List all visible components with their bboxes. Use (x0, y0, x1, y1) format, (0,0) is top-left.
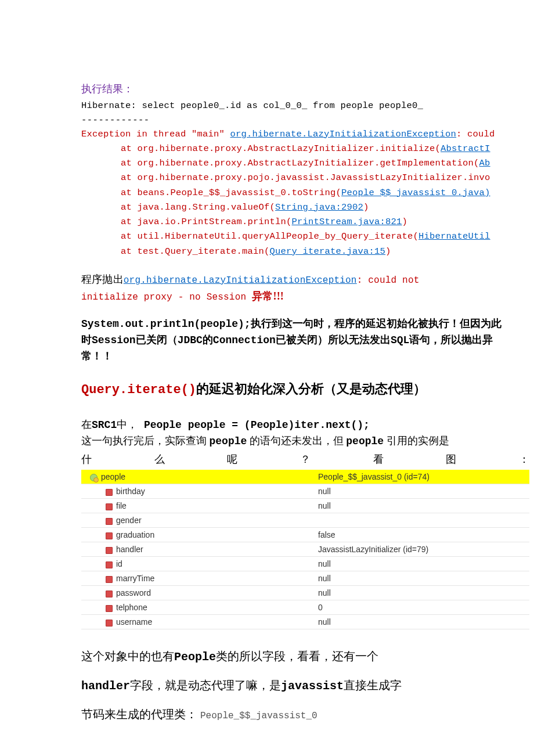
variable-value: JavassistLazyInitializer (id=79) (318, 542, 529, 557)
src-paragraph: 在SRC1中， People people = (People)iter.nex… (81, 417, 511, 449)
stack-entry: at org.hibernate.proxy.AbstractLazyIniti… (121, 158, 479, 168)
table-row: idnull (81, 557, 529, 571)
table-row: birthdaynull (81, 484, 529, 499)
variable-name: id (113, 559, 122, 568)
field-icon (106, 605, 113, 612)
variable-value: null (318, 557, 529, 571)
stack-link[interactable]: Ab (479, 158, 490, 168)
variable-value: 0 (318, 600, 529, 615)
throw-tail: 异常!!! (252, 290, 284, 302)
variable-name: marryTime (113, 574, 154, 583)
stack-trace: at org.hibernate.proxy.AbstractLazyIniti… (81, 141, 511, 260)
stack-link[interactable]: AbstractI (441, 143, 490, 154)
field-icon (106, 620, 113, 627)
debug-variables-table: peoplePeople_$$_javassist_0 (id=74)birth… (81, 470, 529, 630)
document-page: 执行结果： Hibernate: select people0_.id as c… (0, 0, 534, 756)
throw-prefix: 程序抛出 (81, 273, 124, 285)
table-row: filenull (81, 499, 529, 513)
variable-value: null (318, 571, 529, 586)
spread-text: 什 么 呢 ？ 看 图 ： (81, 452, 529, 467)
throw-paragraph: 程序抛出org.hibernate.LazyInitializationExce… (81, 271, 511, 305)
variable-name: username (113, 617, 152, 627)
field-icon (106, 532, 113, 539)
stack-entry: at java.lang.String.valueOf( (121, 202, 275, 213)
variable-name: file (113, 501, 127, 510)
stack-entry: at org.hibernate.proxy.AbstractLazyIniti… (121, 143, 441, 154)
variable-name: graduation (113, 530, 154, 539)
variable-name: gender (113, 516, 142, 525)
intro-label: 执行结果： (81, 81, 511, 97)
variable-value: People_$$_javassist_0 (id=74) (318, 470, 529, 484)
table-row: gender (81, 513, 529, 528)
variable-name: handler (113, 545, 143, 554)
field-icon (106, 561, 113, 568)
variable-name: telphone (113, 603, 147, 612)
stack-entry: at org.hibernate.proxy.pojo.javassist.Ja… (121, 172, 490, 183)
table-row: marryTimenull (81, 571, 529, 586)
exception-prefix: Exception in thread "main" (81, 129, 230, 139)
table-row: passwordnull (81, 586, 529, 600)
stack-link[interactable]: HibernateUtil (418, 231, 490, 242)
variable-value: null (318, 586, 529, 600)
table-row: handlerJavassistLazyInitializer (id=79) (81, 542, 529, 557)
sql-line: Hibernate: select people0_.id as col_0_0… (81, 99, 511, 113)
stack-entry: at util.HibernateUtil.queryAllPeople_by_… (121, 231, 418, 242)
stack-entry: at java.io.PrintStream.println( (121, 217, 292, 227)
proxy-class-name: People_$$_javassist_0 (200, 711, 317, 721)
table-row: peoplePeople_$$_javassist_0 (id=74) (81, 470, 529, 484)
stack-link[interactable]: PrintStream.java:821 (292, 217, 402, 227)
closing-paragraph: 这个对象中的也有People类的所以字段，看看，还有一个 handler字段，就… (81, 642, 511, 728)
variable-value: null (318, 484, 529, 499)
exception-suffix: : could (456, 129, 495, 139)
table-row: telphone0 (81, 600, 529, 615)
variable-value: null (318, 615, 529, 629)
variable-value (318, 513, 529, 528)
field-icon (106, 576, 113, 583)
table-row: usernamenull (81, 615, 529, 629)
variable-name: people (98, 472, 125, 481)
stack-entry: at test.Query_iterate.main( (121, 246, 270, 257)
separator-line: ------------ (81, 114, 511, 127)
table-row: graduationfalse (81, 528, 529, 542)
stack-link[interactable]: Query_iterate.java:15 (270, 246, 386, 257)
stack-entry: at beans.People_$$_javassist_0.toString( (121, 188, 341, 198)
field-icon (106, 547, 113, 554)
field-icon (106, 489, 113, 496)
field-icon (106, 503, 113, 510)
section-heading: Query.iterate()的延迟初始化深入分析（又是动态代理） (81, 379, 511, 399)
field-icon (106, 518, 113, 525)
variable-name: birthday (113, 487, 145, 496)
exception-class-link[interactable]: org.hibernate.LazyInitializationExceptio… (124, 275, 357, 286)
variable-value: null (318, 499, 529, 513)
exception-line: Exception in thread "main" org.hibernate… (81, 128, 511, 141)
stack-link[interactable]: String.java:2902 (275, 202, 363, 213)
object-icon (90, 474, 98, 481)
explain-paragraph: System.out.println(people);执行到这一句时，程序的延迟… (81, 316, 511, 364)
stack-link[interactable]: People_$$_javassist_0.java) (341, 188, 490, 198)
field-icon (106, 591, 113, 597)
variable-value: false (318, 528, 529, 542)
variable-name: password (113, 588, 151, 597)
console-output-block: Hibernate: select people0_.id as col_0_0… (81, 99, 511, 260)
exception-class-link[interactable]: org.hibernate.LazyInitializationExceptio… (230, 129, 457, 139)
